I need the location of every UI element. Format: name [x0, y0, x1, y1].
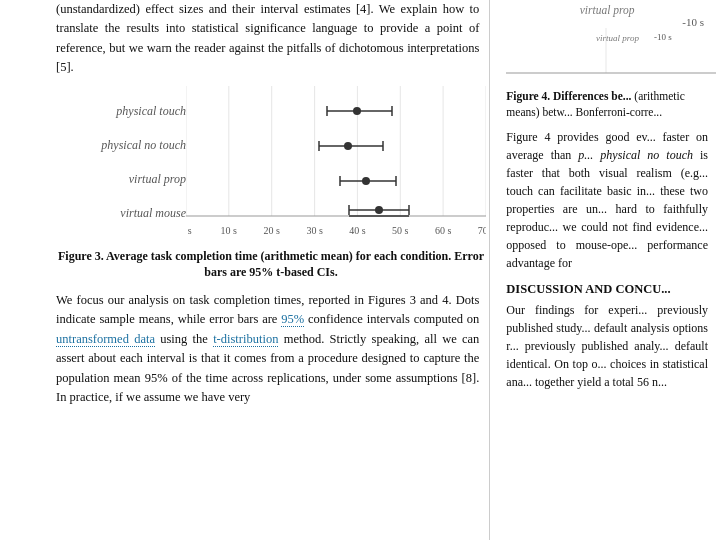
figure-caption-bold: Figure 3. Average task completion time (…	[58, 249, 484, 280]
left-panel: (unstandardized) effect sizes and their …	[0, 0, 489, 540]
link-untransformed[interactable]: untransformed data	[56, 332, 155, 347]
figure-caption-3: Figure 3. Average task completion time (…	[56, 248, 486, 282]
svg-text:virtual prop: virtual prop	[596, 33, 639, 43]
right-chart-label: virtual prop	[506, 4, 708, 16]
fp-label-vm: virtual mouse	[120, 206, 186, 221]
right-body-text: Figure 4 provides good ev... faster on a…	[506, 128, 708, 272]
svg-point-12	[353, 107, 361, 115]
fp-labels: physical touch physical no touch virtual…	[56, 86, 186, 246]
svg-text:-10 s: -10 s	[654, 32, 672, 42]
section-heading-discussion: DISCUSSION AND CONCU...	[506, 282, 708, 297]
right-figure-caption: Figure 4. Differences be... (arithmetic …	[506, 88, 708, 120]
right-chart-num: -10 s	[506, 16, 704, 28]
fp-chart-area: 0 s 10 s 20 s 30 s 40 s 50 s 60 s 70 s	[186, 86, 486, 246]
svg-point-33	[375, 206, 383, 214]
link-95pct[interactable]: 95%	[281, 312, 304, 327]
right-panel: virtual prop -10 s virtual prop -10 s Fi…	[490, 0, 720, 540]
link-tdist[interactable]: t-distribution	[213, 332, 278, 347]
forest-plot-area: physical touch physical no touch virtual…	[56, 86, 486, 246]
fp-label-pt: physical touch	[116, 104, 186, 119]
right-caption-bold: Figure 4. Differences be...	[506, 90, 631, 102]
fp-row4-svg	[186, 203, 486, 227]
right-chart-svg: virtual prop -10 s	[506, 28, 716, 83]
body-text: We focus our analysis on task completion…	[56, 291, 479, 415]
top-paragraph: (unstandardized) effect sizes and their …	[56, 0, 479, 78]
svg-point-16	[344, 142, 352, 150]
right-top-chart: virtual prop -10 s virtual prop -10 s	[506, 4, 708, 84]
forest-plot: physical touch physical no touch virtual…	[56, 86, 486, 282]
fp-label-vp: virtual prop	[129, 172, 186, 187]
right-body-2-text: Our findings for experi... previously pu…	[506, 301, 708, 391]
svg-point-20	[362, 177, 370, 185]
fp-label-pnt: physical no touch	[101, 138, 186, 153]
